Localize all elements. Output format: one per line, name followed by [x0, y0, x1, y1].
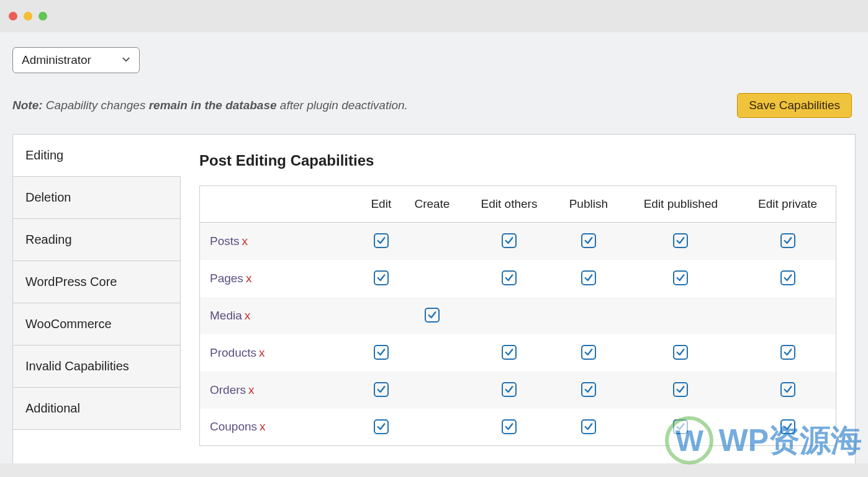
- capability-checkbox[interactable]: [502, 233, 517, 248]
- capability-checkbox[interactable]: [502, 382, 517, 397]
- window-minimize-button[interactable]: [24, 12, 32, 20]
- clear-row-button[interactable]: x: [245, 309, 251, 322]
- window-titlebar: [0, 0, 868, 32]
- clear-row-button[interactable]: x: [260, 420, 266, 433]
- capability-checkbox[interactable]: [581, 419, 596, 434]
- col-edit: Edit: [361, 186, 402, 223]
- capability-checkbox[interactable]: [581, 233, 596, 248]
- capability-checkbox[interactable]: [673, 419, 688, 434]
- table-row: Pagesx: [200, 260, 836, 297]
- table-row: Mediax: [200, 297, 836, 334]
- clear-row-button[interactable]: x: [246, 272, 252, 285]
- capability-checkbox[interactable]: [780, 345, 795, 360]
- tab-woocommerce[interactable]: WooCommerce: [13, 303, 181, 345]
- window-maximize-button[interactable]: [38, 12, 47, 20]
- table-row: Ordersx: [200, 372, 836, 409]
- capability-checkbox[interactable]: [374, 419, 389, 434]
- row-label-coupons[interactable]: Coupons: [210, 420, 257, 433]
- capabilities-table: EditCreateEdit othersPublishEdit publish…: [199, 185, 836, 446]
- capability-checkbox[interactable]: [581, 345, 596, 360]
- capability-checkbox[interactable]: [581, 270, 596, 285]
- content-title: Post Editing Capabilities: [199, 152, 836, 169]
- capability-checkbox[interactable]: [425, 308, 440, 323]
- col-edit-private: Edit private: [739, 186, 836, 223]
- tab-editing[interactable]: Editing: [13, 135, 181, 177]
- tab-deletion[interactable]: Deletion: [13, 177, 181, 219]
- capability-checkbox[interactable]: [374, 270, 389, 285]
- capabilities-panel: EditingDeletionReadingWordPress CoreWooC…: [12, 134, 856, 463]
- capability-checkbox[interactable]: [374, 233, 389, 248]
- tab-invalid-capabilities[interactable]: Invalid Capabilities: [13, 345, 181, 388]
- capability-checkbox[interactable]: [780, 419, 795, 434]
- note-text: Note: Capability changes remain in the d…: [12, 99, 408, 112]
- save-capabilities-button[interactable]: Save Capabilities: [737, 93, 852, 118]
- clear-row-button[interactable]: x: [259, 346, 265, 359]
- role-selector[interactable]: Administrator: [12, 47, 140, 73]
- capability-checkbox[interactable]: [502, 345, 517, 360]
- col-create: Create: [401, 186, 463, 223]
- row-label-orders[interactable]: Orders: [210, 383, 246, 396]
- capability-checkbox[interactable]: [780, 382, 795, 397]
- capability-checkbox[interactable]: [374, 345, 389, 360]
- col-edit-others: Edit others: [463, 186, 555, 223]
- col-label: [200, 186, 361, 223]
- table-row: Postsx: [200, 223, 836, 260]
- row-label-media[interactable]: Media: [210, 309, 242, 322]
- clear-row-button[interactable]: x: [248, 383, 255, 396]
- capability-checkbox[interactable]: [581, 382, 596, 397]
- capability-checkbox[interactable]: [780, 270, 795, 285]
- window-close-button[interactable]: [9, 12, 17, 20]
- capability-checkbox[interactable]: [374, 382, 389, 397]
- capability-checkbox[interactable]: [673, 345, 688, 360]
- tab-wordpress-core[interactable]: WordPress Core: [13, 261, 181, 303]
- table-row: Productsx: [200, 334, 836, 372]
- clear-row-button[interactable]: x: [242, 234, 248, 247]
- capabilities-content: Post Editing Capabilities EditCreateEdit…: [181, 135, 855, 463]
- row-label-pages[interactable]: Pages: [210, 272, 243, 285]
- capability-checkbox[interactable]: [673, 270, 688, 285]
- col-publish: Publish: [555, 186, 622, 223]
- col-edit-published: Edit published: [622, 186, 740, 223]
- row-label-posts[interactable]: Posts: [210, 234, 240, 247]
- capability-checkbox[interactable]: [502, 270, 517, 285]
- capability-checkbox[interactable]: [780, 233, 795, 248]
- role-selector-value: Administrator: [22, 53, 91, 67]
- chevron-down-icon: [122, 55, 130, 66]
- capability-checkbox[interactable]: [673, 382, 688, 397]
- tab-reading[interactable]: Reading: [13, 219, 181, 261]
- capability-checkbox[interactable]: [673, 233, 688, 248]
- table-row: Couponsx: [200, 409, 836, 446]
- row-label-products[interactable]: Products: [210, 346, 256, 359]
- capability-checkbox[interactable]: [502, 419, 517, 434]
- capability-tabs: EditingDeletionReadingWordPress CoreWooC…: [13, 135, 181, 463]
- tab-additional[interactable]: Additional: [13, 388, 181, 430]
